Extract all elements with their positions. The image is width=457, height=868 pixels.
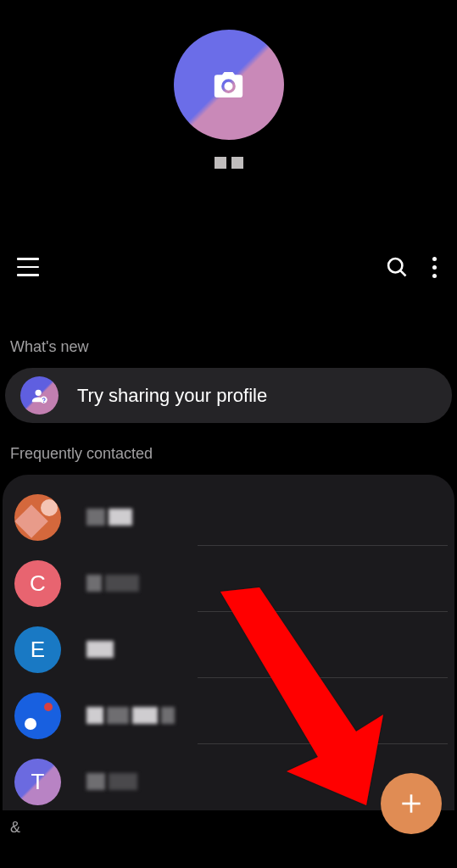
plus-icon <box>398 790 425 817</box>
redacted-text <box>107 707 129 724</box>
redacted-text <box>231 157 243 169</box>
redacted-text <box>161 707 175 724</box>
contact-row[interactable] <box>3 678 454 744</box>
camera-icon <box>209 68 248 102</box>
redacted-text <box>105 575 139 592</box>
svg-line-1 <box>401 271 406 276</box>
contact-avatar: T <box>14 759 61 805</box>
contact-name <box>86 509 132 526</box>
redacted-text <box>86 707 103 724</box>
contact-row[interactable]: C <box>3 546 454 612</box>
svg-point-0 <box>388 259 402 272</box>
redacted-text <box>86 509 105 526</box>
section-header-whatsnew: What's new <box>0 338 457 356</box>
whatsnew-card[interactable]: Try sharing your profile <box>5 368 452 423</box>
redacted-text <box>109 509 132 526</box>
add-contact-fab[interactable] <box>381 773 442 834</box>
section-header-frequently: Frequently contacted <box>0 445 457 463</box>
redacted-text <box>215 157 226 169</box>
contact-row[interactable]: E <box>3 612 454 678</box>
redacted-text <box>132 707 158 724</box>
profile-avatar[interactable] <box>174 30 284 140</box>
profile-name <box>215 157 243 169</box>
redacted-text <box>86 641 114 658</box>
redacted-text <box>86 773 105 790</box>
profile-header <box>0 0 457 169</box>
whatsnew-text: Try sharing your profile <box>77 385 267 407</box>
search-icon[interactable] <box>385 255 409 279</box>
contact-avatar <box>14 693 61 739</box>
toolbar <box>0 250 457 284</box>
contact-row[interactable] <box>3 480 454 546</box>
more-options-icon[interactable] <box>432 257 440 278</box>
share-profile-icon <box>20 376 59 415</box>
contact-name <box>86 707 175 724</box>
redacted-text <box>109 773 137 790</box>
contact-name <box>86 773 137 790</box>
contact-avatar <box>14 494 61 541</box>
redacted-text <box>86 575 102 592</box>
contact-list: C E T <box>3 475 454 810</box>
contact-avatar: E <box>14 626 61 673</box>
contact-name <box>86 575 139 592</box>
contact-name <box>86 641 114 658</box>
menu-button[interactable] <box>17 258 39 276</box>
contact-avatar: C <box>14 560 61 607</box>
